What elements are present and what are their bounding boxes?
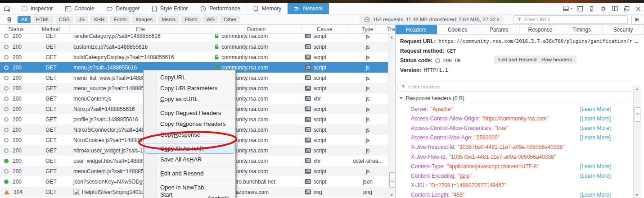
- details-tab-params[interactable]: Params: [478, 25, 520, 34]
- learn-more-link[interactable]: [Learn More]: [580, 173, 611, 179]
- header-value: "2592000": [475, 134, 500, 141]
- method: GET: [32, 147, 70, 154]
- tab-console[interactable]: Console: [59, 3, 100, 14]
- learn-more-link[interactable]: [Learn More]: [580, 192, 611, 198]
- scrollbar-thumb[interactable]: [635, 107, 640, 122]
- column-header-domain[interactable]: Domain: [212, 25, 302, 33]
- close-button[interactable]: [632, 3, 644, 14]
- column-header-type[interactable]: Type: [348, 25, 387, 33]
- console-split-button[interactable]: [574, 3, 585, 14]
- sidebar-button[interactable]: [609, 3, 621, 14]
- details-tab-timings[interactable]: Timings: [561, 25, 603, 34]
- scroll-up-arrow[interactable]: ▲: [634, 86, 640, 92]
- tab-inspector[interactable]: Inspector: [15, 3, 59, 14]
- details-tab-cookies[interactable]: Cookies: [437, 25, 478, 34]
- details-tab-response[interactable]: Response: [520, 25, 561, 34]
- menu-item-copy-response-headers[interactable]: Copy Response Headers: [144, 118, 234, 129]
- menu-item-copy-url[interactable]: Copy URL: [144, 72, 234, 83]
- menu-item-start-performance-analysis[interactable]: Start Performance Analysis...: [144, 193, 234, 198]
- menu-item-edit-and-resend[interactable]: Edit and Resend: [144, 168, 234, 179]
- learn-more-link[interactable]: [Learn More]: [580, 115, 611, 122]
- request-row[interactable]: 200 GET renderCategory.js?salt=148885561…: [0, 34, 388, 41]
- menu-item-copy-response[interactable]: Copy Response: [144, 129, 234, 140]
- status-code: 200: [13, 44, 22, 50]
- requests-scrollbar[interactable]: ▲ ▼: [388, 34, 395, 198]
- column-header-method[interactable]: Method: [32, 25, 70, 33]
- details-tab-headers[interactable]: Headers: [396, 25, 437, 34]
- filter-js[interactable]: JS: [75, 16, 88, 23]
- status-code: 200: [13, 64, 22, 71]
- popout-button[interactable]: [621, 3, 632, 14]
- file-name: menuContent.js: [73, 96, 111, 102]
- method: GET: [32, 127, 70, 133]
- scrollbar-thumb[interactable]: [389, 172, 395, 188]
- status-icon: [4, 55, 9, 60]
- pick-element-button[interactable]: [0, 3, 15, 14]
- filter-xhr[interactable]: XHR: [90, 16, 108, 23]
- filter-html[interactable]: HTML: [32, 16, 54, 23]
- column-header-file[interactable]: File: [70, 25, 212, 33]
- column-header-tra[interactable]: Tra: [387, 25, 395, 33]
- cause: xhr: [313, 96, 321, 102]
- learn-more-link[interactable]: [Learn More]: [580, 106, 611, 112]
- tab-style-editor[interactable]: { } Style Editor: [146, 3, 194, 14]
- filter-flash[interactable]: Flash: [181, 16, 201, 23]
- devtools-toolbar: Inspector Console Debugger { } Style Edi…: [0, 3, 644, 14]
- learn-more-link[interactable]: [Learn More]: [580, 134, 611, 141]
- request-url-label: Request URL:: [400, 38, 436, 45]
- learn-more-link[interactable]: [Learn More]: [580, 125, 611, 131]
- details-pane-toggle-button[interactable]: [631, 15, 642, 24]
- filter-images[interactable]: Images: [132, 16, 156, 23]
- menu-item-copy-as-curl[interactable]: Copy as cURL: [144, 93, 234, 104]
- scroll-down-arrow[interactable]: ▼: [388, 192, 395, 198]
- gear-button[interactable]: [597, 3, 609, 14]
- tab-memory[interactable]: Memory: [247, 3, 288, 14]
- lock-icon: [214, 44, 219, 50]
- filter-css[interactable]: CSS: [55, 16, 73, 23]
- filter-fonts[interactable]: Fonts: [110, 16, 130, 23]
- type: js: [348, 168, 387, 175]
- status-code-icon: [435, 58, 440, 63]
- filter-ws[interactable]: WS: [203, 16, 218, 23]
- responsive-button[interactable]: [585, 3, 597, 14]
- cause: script: [313, 179, 326, 185]
- filter-all[interactable]: All: [18, 16, 31, 23]
- request-row[interactable]: 200 GET buildCategoryDisplay.js?salt=148…: [0, 52, 388, 62]
- funnel-icon: [401, 84, 406, 89]
- scroll-up-arrow[interactable]: ▲: [388, 34, 395, 40]
- cause: script: [313, 75, 326, 81]
- clear-requests-button[interactable]: [2, 16, 17, 23]
- filter-media[interactable]: Media: [158, 16, 179, 23]
- filter-headers-placeholder: Filter headers: [408, 84, 440, 89]
- dock-bottom-button[interactable]: ▼: [562, 3, 574, 14]
- details-tab-security[interactable]: Security: [603, 25, 644, 34]
- status-code: 200: [13, 96, 22, 102]
- image-icon: [73, 189, 80, 195]
- column-header-status[interactable]: Status: [0, 25, 32, 33]
- filter-other[interactable]: Other: [220, 16, 240, 23]
- filter-urls-input[interactable]: Filter URLs: [513, 15, 628, 24]
- request-row[interactable]: 200 GET customize.js?salt=1488855616 com…: [0, 41, 388, 52]
- cause: script: [313, 106, 326, 112]
- raw-headers-button[interactable]: Raw headers: [537, 55, 576, 64]
- menu-item-save-all-as-har[interactable]: Save All As HAR: [144, 154, 234, 165]
- cause: script: [313, 34, 326, 39]
- status-icon: [4, 180, 9, 184]
- tab-performance[interactable]: Performance: [194, 3, 247, 14]
- column-header-cause[interactable]: Cause: [302, 25, 348, 33]
- popout-icon: [623, 5, 630, 12]
- menu-item-copy-url-parameters[interactable]: Copy URL Parameters: [144, 83, 234, 93]
- filter-headers-input[interactable]: Filter headers: [397, 82, 632, 92]
- menu-item-copy-request-headers[interactable]: Copy Request Headers: [144, 107, 234, 118]
- menu-item-copy-all-as-har[interactable]: Copy All As HAR: [144, 143, 234, 154]
- learn-more-link[interactable]: [Learn More]: [580, 163, 611, 170]
- menu-separator: [158, 106, 234, 106]
- memory-icon: [252, 5, 259, 12]
- tab-debugger[interactable]: Debugger: [100, 3, 146, 14]
- details-scrollbar[interactable]: ▲ ▼: [633, 86, 641, 198]
- requests-summary[interactable]: 154 requests, 11.48 MB (transferred: 2.6…: [360, 15, 504, 24]
- js-cause-badge: JS: [305, 55, 311, 60]
- tab-network[interactable]: Network: [288, 3, 329, 14]
- edit-and-resend-button[interactable]: Edit and Resend: [494, 55, 541, 64]
- scroll-down-arrow[interactable]: ▼: [634, 192, 640, 198]
